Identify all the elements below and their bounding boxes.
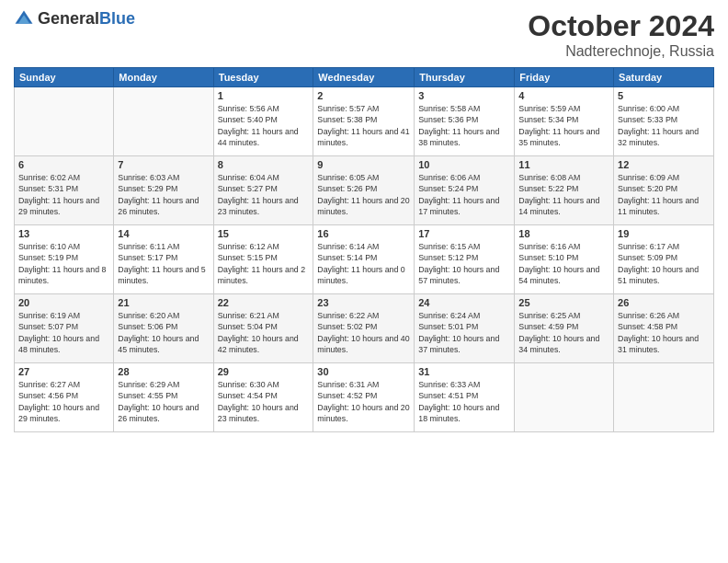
day-detail: Sunrise: 6:08 AMSunset: 5:22 PMDaylight:… xyxy=(518,172,609,217)
day-number: 1 xyxy=(218,90,310,101)
calendar-cell: 24Sunrise: 6:24 AMSunset: 5:01 PMDayligh… xyxy=(415,294,515,363)
day-number: 8 xyxy=(218,159,310,170)
day-detail: Sunrise: 6:30 AMSunset: 4:54 PMDaylight:… xyxy=(218,379,310,424)
calendar-cell: 5Sunrise: 6:00 AMSunset: 5:33 PMDaylight… xyxy=(614,87,714,156)
day-number: 13 xyxy=(18,228,109,239)
calendar-cell: 19Sunrise: 6:17 AMSunset: 5:09 PMDayligh… xyxy=(614,225,714,294)
day-detail: Sunrise: 6:11 AMSunset: 5:17 PMDaylight:… xyxy=(118,241,209,286)
day-number: 21 xyxy=(118,297,209,308)
day-number: 4 xyxy=(518,90,609,101)
month-title: October 2024 xyxy=(528,9,714,43)
day-number: 24 xyxy=(418,297,510,308)
day-detail: Sunrise: 6:02 AMSunset: 5:31 PMDaylight:… xyxy=(18,172,109,217)
calendar-cell: 12Sunrise: 6:09 AMSunset: 5:20 PMDayligh… xyxy=(614,156,714,225)
calendar-cell: 11Sunrise: 6:08 AMSunset: 5:22 PMDayligh… xyxy=(515,156,614,225)
calendar-cell: 17Sunrise: 6:15 AMSunset: 5:12 PMDayligh… xyxy=(415,225,515,294)
calendar-header: SundayMondayTuesdayWednesdayThursdayFrid… xyxy=(15,68,714,87)
calendar-cell: 15Sunrise: 6:12 AMSunset: 5:15 PMDayligh… xyxy=(213,225,313,294)
logo-general: General xyxy=(38,9,99,28)
day-detail: Sunrise: 6:21 AMSunset: 5:04 PMDaylight:… xyxy=(218,310,310,355)
main-container: GeneralBlue October 2024 Nadterechnoje, … xyxy=(0,0,728,442)
day-number: 31 xyxy=(418,366,510,377)
day-number: 22 xyxy=(218,297,310,308)
day-number: 17 xyxy=(418,228,510,239)
calendar-cell: 14Sunrise: 6:11 AMSunset: 5:17 PMDayligh… xyxy=(114,225,213,294)
day-number: 15 xyxy=(218,228,310,239)
day-detail: Sunrise: 5:58 AMSunset: 5:36 PMDaylight:… xyxy=(418,103,510,148)
day-detail: Sunrise: 6:29 AMSunset: 4:55 PMDaylight:… xyxy=(118,379,209,424)
week-row-5: 27Sunrise: 6:27 AMSunset: 4:56 PMDayligh… xyxy=(15,363,714,432)
calendar-cell: 23Sunrise: 6:22 AMSunset: 5:02 PMDayligh… xyxy=(313,294,415,363)
calendar-cell: 20Sunrise: 6:19 AMSunset: 5:07 PMDayligh… xyxy=(15,294,114,363)
day-number: 16 xyxy=(317,228,410,239)
day-detail: Sunrise: 6:20 AMSunset: 5:06 PMDaylight:… xyxy=(118,310,209,355)
day-detail: Sunrise: 6:24 AMSunset: 5:01 PMDaylight:… xyxy=(418,310,510,355)
calendar-cell: 22Sunrise: 6:21 AMSunset: 5:04 PMDayligh… xyxy=(213,294,313,363)
day-detail: Sunrise: 6:04 AMSunset: 5:27 PMDaylight:… xyxy=(218,172,310,217)
header-day-friday: Friday xyxy=(515,68,614,87)
header-day-monday: Monday xyxy=(114,68,213,87)
day-number: 9 xyxy=(317,159,410,170)
calendar-cell: 2Sunrise: 5:57 AMSunset: 5:38 PMDaylight… xyxy=(313,87,415,156)
day-number: 25 xyxy=(518,297,609,308)
calendar-cell: 18Sunrise: 6:16 AMSunset: 5:10 PMDayligh… xyxy=(515,225,614,294)
day-detail: Sunrise: 6:09 AMSunset: 5:20 PMDaylight:… xyxy=(618,172,710,217)
day-detail: Sunrise: 6:22 AMSunset: 5:02 PMDaylight:… xyxy=(317,310,410,355)
calendar-cell: 13Sunrise: 6:10 AMSunset: 5:19 PMDayligh… xyxy=(15,225,114,294)
day-number: 19 xyxy=(618,228,710,239)
day-detail: Sunrise: 6:10 AMSunset: 5:19 PMDaylight:… xyxy=(18,241,109,286)
calendar-body: 1Sunrise: 5:56 AMSunset: 5:40 PMDaylight… xyxy=(15,87,714,432)
header-day-wednesday: Wednesday xyxy=(313,68,415,87)
week-row-4: 20Sunrise: 6:19 AMSunset: 5:07 PMDayligh… xyxy=(15,294,714,363)
day-detail: Sunrise: 6:17 AMSunset: 5:09 PMDaylight:… xyxy=(618,241,710,286)
logo: GeneralBlue xyxy=(14,9,135,29)
calendar-cell: 7Sunrise: 6:03 AMSunset: 5:29 PMDaylight… xyxy=(114,156,213,225)
calendar-table: SundayMondayTuesdayWednesdayThursdayFrid… xyxy=(14,67,714,432)
calendar-cell xyxy=(515,363,614,432)
day-detail: Sunrise: 5:59 AMSunset: 5:34 PMDaylight:… xyxy=(518,103,609,148)
header-day-tuesday: Tuesday xyxy=(213,68,313,87)
header: GeneralBlue October 2024 Nadterechnoje, … xyxy=(14,9,714,60)
day-detail: Sunrise: 5:56 AMSunset: 5:40 PMDaylight:… xyxy=(218,103,310,148)
day-detail: Sunrise: 6:25 AMSunset: 4:59 PMDaylight:… xyxy=(518,310,609,355)
day-number: 30 xyxy=(317,366,410,377)
week-row-1: 1Sunrise: 5:56 AMSunset: 5:40 PMDaylight… xyxy=(15,87,714,156)
day-detail: Sunrise: 6:00 AMSunset: 5:33 PMDaylight:… xyxy=(618,103,710,148)
day-number: 12 xyxy=(618,159,710,170)
calendar-cell: 8Sunrise: 6:04 AMSunset: 5:27 PMDaylight… xyxy=(213,156,313,225)
day-number: 28 xyxy=(118,366,209,377)
calendar-cell xyxy=(614,363,714,432)
day-detail: Sunrise: 6:05 AMSunset: 5:26 PMDaylight:… xyxy=(317,172,410,217)
header-day-saturday: Saturday xyxy=(614,68,714,87)
calendar-cell: 30Sunrise: 6:31 AMSunset: 4:52 PMDayligh… xyxy=(313,363,415,432)
day-detail: Sunrise: 6:27 AMSunset: 4:56 PMDaylight:… xyxy=(18,379,109,424)
calendar-cell xyxy=(15,87,114,156)
day-number: 3 xyxy=(418,90,510,101)
logo-text: GeneralBlue xyxy=(38,10,135,29)
day-detail: Sunrise: 6:15 AMSunset: 5:12 PMDaylight:… xyxy=(418,241,510,286)
day-number: 7 xyxy=(118,159,209,170)
day-detail: Sunrise: 5:57 AMSunset: 5:38 PMDaylight:… xyxy=(317,103,410,148)
calendar-cell: 6Sunrise: 6:02 AMSunset: 5:31 PMDaylight… xyxy=(15,156,114,225)
calendar-cell: 4Sunrise: 5:59 AMSunset: 5:34 PMDaylight… xyxy=(515,87,614,156)
day-detail: Sunrise: 6:19 AMSunset: 5:07 PMDaylight:… xyxy=(18,310,109,355)
calendar-cell: 28Sunrise: 6:29 AMSunset: 4:55 PMDayligh… xyxy=(114,363,213,432)
calendar-cell: 27Sunrise: 6:27 AMSunset: 4:56 PMDayligh… xyxy=(15,363,114,432)
day-detail: Sunrise: 6:14 AMSunset: 5:14 PMDaylight:… xyxy=(317,241,410,286)
day-number: 6 xyxy=(18,159,109,170)
day-detail: Sunrise: 6:03 AMSunset: 5:29 PMDaylight:… xyxy=(118,172,209,217)
day-detail: Sunrise: 6:31 AMSunset: 4:52 PMDaylight:… xyxy=(317,379,410,424)
title-section: October 2024 Nadterechnoje, Russia xyxy=(528,9,714,60)
calendar-cell: 9Sunrise: 6:05 AMSunset: 5:26 PMDaylight… xyxy=(313,156,415,225)
day-number: 26 xyxy=(618,297,710,308)
calendar-cell xyxy=(114,87,213,156)
calendar-cell: 25Sunrise: 6:25 AMSunset: 4:59 PMDayligh… xyxy=(515,294,614,363)
day-number: 10 xyxy=(418,159,510,170)
day-number: 29 xyxy=(218,366,310,377)
calendar-cell: 3Sunrise: 5:58 AMSunset: 5:36 PMDaylight… xyxy=(415,87,515,156)
calendar-cell: 21Sunrise: 6:20 AMSunset: 5:06 PMDayligh… xyxy=(114,294,213,363)
day-detail: Sunrise: 6:06 AMSunset: 5:24 PMDaylight:… xyxy=(418,172,510,217)
logo-blue: Blue xyxy=(99,9,135,28)
day-detail: Sunrise: 6:16 AMSunset: 5:10 PMDaylight:… xyxy=(518,241,609,286)
day-detail: Sunrise: 6:26 AMSunset: 4:58 PMDaylight:… xyxy=(618,310,710,355)
